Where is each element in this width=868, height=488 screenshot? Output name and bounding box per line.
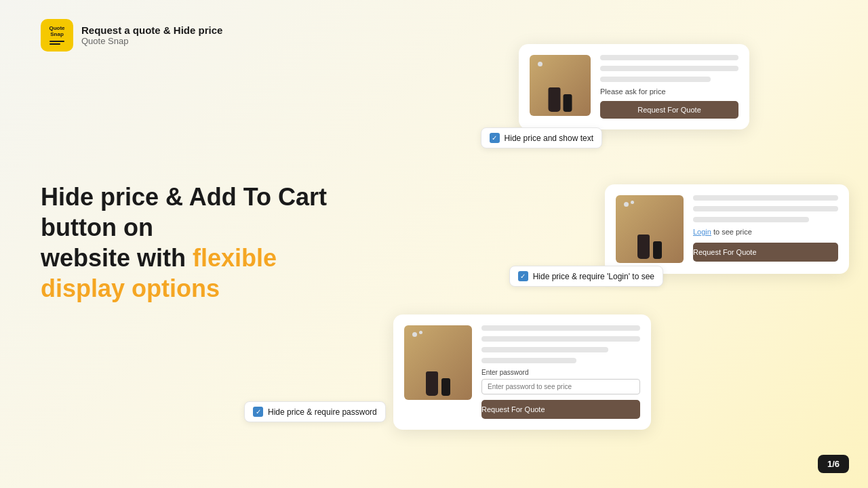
card3-skeleton-1	[481, 325, 640, 331]
main-heading: Hide price & Add To Cart button on websi…	[41, 182, 366, 304]
heading-line1: Hide price & Add To Cart button on	[41, 183, 327, 241]
card3-vases	[426, 371, 450, 396]
card1-price-text: Please ask for price	[600, 87, 738, 96]
card3-vase-small	[441, 378, 450, 396]
checkmark2: ✓	[520, 273, 526, 280]
card3-password-label: Enter password	[481, 369, 640, 376]
checkbox3-icon: ✓	[253, 407, 263, 417]
header: Quote Snap Request a quote & Hide price …	[41, 19, 222, 52]
skeleton-line-2	[600, 66, 738, 71]
card2-vase-big	[637, 235, 650, 259]
card2-vase-small	[653, 241, 662, 259]
card2-product-image	[616, 195, 684, 263]
card2-skeleton-3	[693, 217, 809, 222]
card1-flower-dot	[538, 62, 542, 66]
card3-skeleton-2	[481, 336, 640, 342]
card3-skeleton-3	[481, 347, 608, 352]
card3-content: Enter password Request For Quote	[481, 325, 640, 419]
card3-flower-dot2	[419, 331, 422, 334]
logo-text: Quote Snap	[49, 26, 64, 38]
tooltip1-label: Hide price and show text	[505, 134, 593, 143]
page-counter: 1/6	[818, 455, 849, 473]
heading-line2: website with flexible display options	[41, 244, 277, 302]
card1-vase-big	[549, 87, 561, 112]
card2-request-btn[interactable]: Request For Quote	[693, 243, 838, 262]
card3-vase-big	[426, 371, 438, 396]
logo: Quote Snap	[41, 19, 73, 52]
card1: Please ask for price Request For Quote	[519, 44, 749, 129]
card2-flower-dot	[624, 202, 629, 207]
checkbox2-icon: ✓	[518, 271, 528, 281]
card3-skeleton-4	[481, 358, 576, 363]
card2: Login to see price Request For Quote	[605, 184, 849, 274]
tooltip1: ✓ Hide price and show text	[481, 127, 602, 148]
card2-flower-dot2	[631, 201, 634, 204]
card1-request-btn[interactable]: Request For Quote	[600, 101, 738, 119]
skeleton-line-3	[600, 77, 711, 82]
checkbox1-icon: ✓	[490, 133, 500, 143]
checkmark3: ✓	[256, 409, 261, 415]
card3: Enter password Request For Quote	[393, 314, 651, 430]
card3-product-image	[404, 325, 472, 400]
card2-content: Login to see price Request For Quote	[693, 195, 838, 263]
card1-product-image	[530, 55, 591, 116]
header-subtitle: Quote Snap	[81, 36, 222, 46]
card3-request-btn[interactable]: Request For Quote	[481, 400, 640, 419]
card2-login-line: Login to see price	[693, 228, 838, 236]
tooltip3: ✓ Hide price & require password	[244, 401, 386, 422]
card2-skeleton-1	[693, 195, 838, 201]
card1-vase-small	[564, 94, 572, 112]
logo-lines	[50, 41, 64, 45]
card3-password-input[interactable]	[481, 379, 640, 394]
card2-login-link[interactable]: Login	[693, 228, 711, 236]
card1-content: Please ask for price Request For Quote	[600, 55, 738, 119]
header-title: Request a quote & Hide price	[81, 24, 222, 36]
checkmark1: ✓	[492, 135, 497, 142]
tooltip2: ✓ Hide price & require 'Login' to see	[509, 266, 663, 287]
card2-vases	[637, 235, 662, 259]
card2-skeleton-2	[693, 206, 838, 211]
tooltip3-label: Hide price & require password	[268, 407, 377, 417]
skeleton-line-1	[600, 55, 738, 60]
header-text: Request a quote & Hide price Quote Snap	[81, 24, 222, 46]
logo-line-2	[50, 43, 60, 45]
tooltip2-label: Hide price & require 'Login' to see	[533, 272, 654, 281]
logo-line-1	[50, 41, 64, 42]
card1-vases	[549, 87, 572, 112]
card3-flower-dot	[412, 332, 417, 337]
